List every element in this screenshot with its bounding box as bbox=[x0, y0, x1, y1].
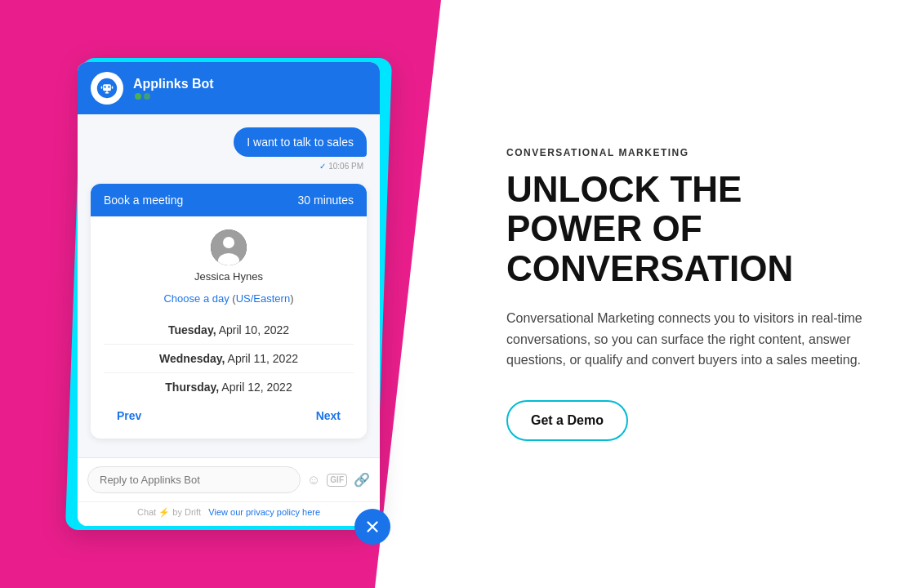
bot-name: Applinks Bot bbox=[133, 77, 214, 91]
timezone-label: US/Eastern bbox=[236, 292, 290, 305]
next-button[interactable]: Next bbox=[316, 409, 341, 422]
booking-body: Jessica Hynes Choose a day (US/Eastern) … bbox=[91, 216, 367, 439]
list-item[interactable]: Thursday, April 12, 2022 bbox=[104, 373, 354, 401]
svg-point-3 bbox=[108, 86, 109, 87]
right-panel: CONVERSATIONAL MARKETING UNLOCK THE POWE… bbox=[441, 98, 918, 490]
reply-input[interactable] bbox=[87, 466, 301, 493]
gif-button[interactable]: GIF bbox=[327, 474, 347, 487]
svg-rect-7 bbox=[112, 87, 114, 89]
booking-card: Book a meeting 30 minutes bbox=[91, 184, 367, 439]
get-demo-button[interactable]: Get a Demo bbox=[506, 400, 628, 441]
privacy-policy-link[interactable]: View our privacy policy here bbox=[208, 507, 320, 517]
booking-nav: Prev Next bbox=[104, 401, 354, 425]
svg-point-2 bbox=[104, 86, 105, 87]
booking-card-header: Book a meeting 30 minutes bbox=[91, 184, 367, 216]
description: Conversational Marketing connects you to… bbox=[506, 308, 869, 371]
svg-rect-4 bbox=[105, 92, 109, 94]
section-label: CONVERSATIONAL MARKETING bbox=[506, 147, 869, 158]
left-panel: Applinks Bot I want to talk to sales ✓ 1… bbox=[0, 0, 441, 588]
headline: UNLOCK THE POWER OF CONVERSATION bbox=[506, 170, 869, 288]
svg-rect-1 bbox=[103, 84, 111, 91]
date-list: Tuesday, April 10, 2022 Wednesday, April… bbox=[104, 316, 354, 401]
online-dots bbox=[135, 93, 214, 100]
list-item[interactable]: Wednesday, April 11, 2022 bbox=[104, 345, 354, 373]
svg-rect-5 bbox=[106, 91, 108, 92]
prev-button[interactable]: Prev bbox=[117, 409, 141, 422]
choose-day-label: Choose a day (US/Eastern) bbox=[104, 292, 354, 305]
user-message-bubble: I want to talk to sales bbox=[234, 127, 367, 157]
svg-rect-6 bbox=[101, 87, 103, 89]
emoji-icon[interactable]: ☺ bbox=[307, 473, 320, 488]
attach-icon[interactable]: 🔗 bbox=[354, 472, 370, 488]
bot-avatar-icon bbox=[91, 72, 123, 105]
booking-header-label: Book a meeting bbox=[104, 194, 183, 207]
svg-point-9 bbox=[223, 237, 234, 248]
agent-avatar bbox=[211, 229, 247, 265]
footer-text: Chat ⚡ by Drift bbox=[137, 507, 206, 517]
close-button[interactable] bbox=[354, 509, 390, 545]
chat-body: I want to talk to sales ✓ 10:06 PM Book … bbox=[78, 114, 380, 457]
booking-duration: 30 minutes bbox=[298, 194, 354, 207]
message-time: ✓ 10:06 PM bbox=[91, 162, 367, 171]
list-item[interactable]: Tuesday, April 10, 2022 bbox=[104, 316, 354, 345]
reply-icons: ☺ GIF 🔗 bbox=[307, 472, 370, 488]
agent-section: Jessica Hynes bbox=[104, 229, 354, 283]
chat-widget: Applinks Bot I want to talk to sales ✓ 1… bbox=[78, 62, 380, 526]
chat-header: Applinks Bot bbox=[78, 62, 380, 114]
agent-name: Jessica Hynes bbox=[104, 270, 354, 283]
chat-footer: Chat ⚡ by Drift View our privacy policy … bbox=[78, 501, 380, 526]
reply-section: ☺ GIF 🔗 bbox=[78, 457, 380, 501]
chat-outer-border: Applinks Bot I want to talk to sales ✓ 1… bbox=[65, 58, 392, 530]
bolt-icon: ⚡ bbox=[158, 507, 170, 517]
